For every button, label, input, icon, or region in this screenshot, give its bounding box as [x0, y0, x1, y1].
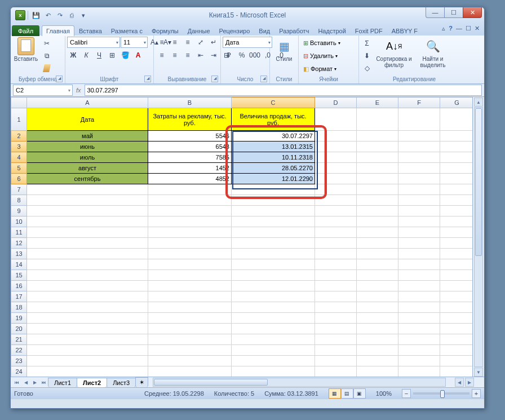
col-header-d[interactable]: D — [315, 98, 357, 108]
cell-b24[interactable] — [148, 366, 232, 377]
maximize-button[interactable]: ☐ — [444, 7, 463, 18]
cell-c16[interactable] — [232, 281, 315, 291]
cell-c12[interactable] — [232, 238, 315, 249]
minimize-button[interactable]: — — [426, 7, 445, 18]
border-button[interactable]: ⊞ — [106, 50, 118, 61]
sheet-nav-last[interactable]: ⏭ — [39, 378, 48, 387]
sort-filter-button[interactable]: А↓Я Сортировка и фильтр — [374, 37, 414, 69]
cell-f17[interactable] — [398, 291, 440, 302]
cell-c14[interactable] — [232, 259, 315, 270]
cell-c8[interactable] — [232, 195, 315, 206]
cell-a1[interactable]: Дата — [27, 108, 148, 131]
bold-button[interactable]: Ж — [67, 50, 79, 61]
font-color-button[interactable]: A — [132, 50, 144, 61]
cell-f16[interactable] — [398, 281, 440, 291]
cell-d17[interactable] — [315, 291, 357, 302]
col-header-e[interactable]: E — [357, 98, 398, 108]
cell-b6[interactable]: 4852 — [148, 174, 232, 184]
print-preview-button[interactable]: ⎙ — [66, 10, 77, 21]
cell-c11[interactable] — [232, 227, 315, 238]
row-header-17[interactable]: 17 — [11, 291, 27, 302]
comma-button[interactable]: 000 — [249, 50, 261, 61]
cell-d3[interactable] — [315, 142, 357, 152]
cell-g10[interactable] — [440, 216, 474, 227]
cell-c7[interactable] — [232, 184, 315, 195]
cell-f21[interactable] — [398, 334, 440, 345]
row-header-10[interactable]: 10 — [11, 216, 27, 227]
sheet-nav-next[interactable]: ▶ — [30, 378, 39, 387]
col-header-g[interactable]: G — [440, 98, 474, 108]
cell-d22[interactable] — [315, 345, 357, 356]
cell-d12[interactable] — [315, 238, 357, 249]
cell-e4[interactable] — [357, 152, 398, 163]
tab-home[interactable]: Главная — [42, 25, 74, 36]
sheet-tab-1[interactable]: Лист1 — [48, 378, 77, 387]
cell-f24[interactable] — [398, 366, 440, 377]
currency-button[interactable]: ₽ — [223, 50, 235, 61]
cell-f15[interactable] — [398, 270, 440, 281]
cell-e22[interactable] — [357, 345, 398, 356]
row-header-22[interactable]: 22 — [11, 345, 27, 356]
cell-a5[interactable]: август — [27, 163, 148, 174]
cell-f3[interactable] — [398, 142, 440, 152]
zoom-out-button[interactable]: − — [402, 389, 411, 398]
row-header-8[interactable]: 8 — [11, 195, 27, 206]
cell-f8[interactable] — [398, 195, 440, 206]
cell-a23[interactable] — [27, 356, 148, 366]
vertical-scrollbar[interactable]: ▲ ▼ — [472, 97, 484, 377]
cell-e14[interactable] — [357, 259, 398, 270]
redo-button[interactable]: ↷ — [54, 10, 65, 21]
cell-c20[interactable] — [232, 324, 315, 334]
cell-a7[interactable] — [27, 184, 148, 195]
cell-c15[interactable] — [232, 270, 315, 281]
sheet-nav-first[interactable]: ⏮ — [12, 378, 21, 387]
tab-abbyy[interactable]: ABBYY F — [387, 25, 422, 36]
cell-d24[interactable] — [315, 366, 357, 377]
cell-a8[interactable] — [27, 195, 148, 206]
cell-a11[interactable] — [27, 227, 148, 238]
cell-a13[interactable] — [27, 249, 148, 259]
percent-button[interactable]: % — [236, 50, 248, 61]
tab-data[interactable]: Данные — [183, 25, 215, 36]
scroll-right-button[interactable]: ▶ — [465, 378, 474, 387]
cell-d7[interactable] — [315, 184, 357, 195]
cell-f23[interactable] — [398, 356, 440, 366]
cell-f18[interactable] — [398, 302, 440, 313]
cell-d6[interactable] — [315, 174, 357, 184]
autosum-button[interactable]: Σ — [361, 38, 373, 49]
cell-e24[interactable] — [357, 366, 398, 377]
scroll-down-button[interactable]: ▼ — [474, 368, 483, 377]
cell-e9[interactable] — [357, 206, 398, 216]
zoom-track[interactable] — [413, 392, 469, 395]
workbook-minimize-button[interactable]: — — [456, 25, 462, 32]
cell-f19[interactable] — [398, 313, 440, 324]
fill-button[interactable]: ⬇ — [361, 50, 373, 61]
cell-f12[interactable] — [398, 238, 440, 249]
cell-f5[interactable] — [398, 163, 440, 174]
cell-f7[interactable] — [398, 184, 440, 195]
cell-e5[interactable] — [357, 163, 398, 174]
row-header-16[interactable]: 16 — [11, 281, 27, 291]
cell-f6[interactable] — [398, 174, 440, 184]
cell-g7[interactable] — [440, 184, 474, 195]
name-box[interactable]: C2 — [13, 85, 73, 96]
italic-button[interactable]: К — [80, 50, 92, 61]
tab-review[interactable]: Рецензиро — [215, 25, 255, 36]
clipboard-launcher[interactable]: ◢ — [56, 76, 63, 82]
cell-b16[interactable] — [148, 281, 232, 291]
cell-e19[interactable] — [357, 313, 398, 324]
cell-d8[interactable] — [315, 195, 357, 206]
format-painter-button[interactable] — [41, 63, 53, 74]
tab-formulas[interactable]: Формулы — [147, 25, 183, 36]
cell-e6[interactable] — [357, 174, 398, 184]
cell-a14[interactable] — [27, 259, 148, 270]
orientation-button[interactable]: ⤢ — [194, 37, 207, 48]
close-button[interactable]: ✕ — [463, 7, 482, 18]
align-center-button[interactable]: ≡ — [169, 50, 181, 61]
cell-e12[interactable] — [357, 238, 398, 249]
vscroll-track[interactable] — [474, 107, 483, 367]
hscroll-thumb[interactable] — [154, 379, 268, 386]
cell-d18[interactable] — [315, 302, 357, 313]
cell-g1[interactable] — [440, 108, 474, 131]
cell-c19[interactable] — [232, 313, 315, 324]
